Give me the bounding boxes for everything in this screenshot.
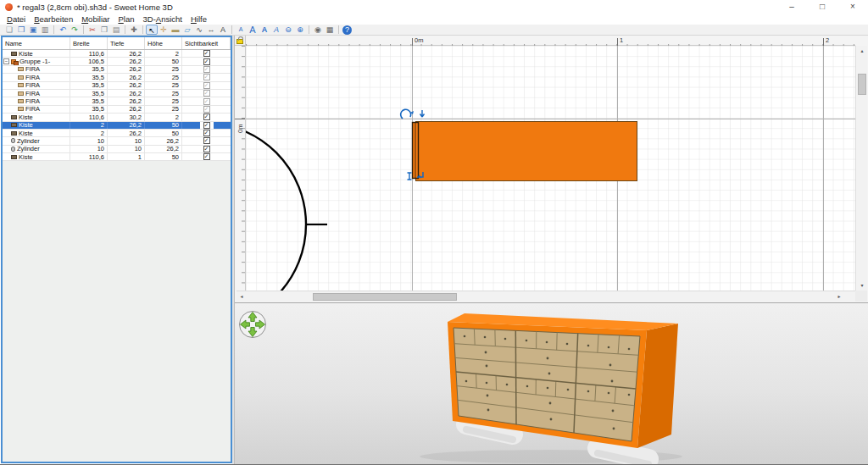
pan-button[interactable]: ✛ — [158, 25, 170, 35]
visibility-checkbox[interactable]: ✓ — [203, 146, 210, 152]
furniture-visibility-cell: ✓ — [182, 106, 231, 113]
furniture-name-label: Kiste — [19, 130, 33, 136]
furniture-row-fira[interactable]: FIRA35,526,225✓ — [3, 82, 231, 90]
furniture-width-cell: 35,5 — [70, 106, 108, 113]
furniture-row-kiste[interactable]: Kiste226,250✓ — [3, 122, 231, 130]
furniture-row-fira[interactable]: FIRA35,526,225✓ — [3, 97, 231, 105]
furniture-name-label: Zylinder — [17, 137, 40, 144]
menu-hilfe[interactable]: Hilfe — [186, 14, 211, 24]
menu-bearbeiten[interactable]: Bearbeiten — [30, 14, 77, 24]
visibility-checkbox[interactable]: ✓ — [203, 137, 210, 144]
furniture-row-fira[interactable]: FIRA35,526,225✓ — [3, 74, 231, 81]
furniture-depth-cell: 26,2 — [108, 58, 145, 64]
undo-button[interactable]: ↶ — [57, 25, 69, 35]
horizontal-scrollbar[interactable]: ◂ ▸ — [236, 291, 856, 302]
furniture-name-label: FIRA — [25, 66, 40, 73]
furniture-row-kiste[interactable]: Kiste226,250✓ — [3, 130, 231, 137]
visibility-checkbox[interactable]: ✓ — [203, 130, 210, 136]
furniture-name-label: FIRA — [25, 90, 40, 97]
close-button[interactable]: × — [837, 0, 868, 14]
ruler-corner — [235, 36, 246, 46]
print-plan-button[interactable]: ▥ — [39, 25, 51, 35]
redo-button[interactable]: ↷ — [69, 25, 81, 35]
create-texts-button[interactable]: A — [217, 25, 229, 35]
visibility-checkbox[interactable]: ✓ — [203, 82, 210, 89]
visibility-checkbox[interactable]: ✓ — [203, 66, 210, 73]
view-3d[interactable] — [235, 302, 868, 464]
furniture-visibility-cell: ✓ — [182, 122, 231, 129]
checkbox-wrap: ✓ — [200, 74, 214, 80]
furniture-row-kiste[interactable]: Kiste110,6150✓ — [3, 153, 231, 161]
furniture-height-cell: 26,2 — [145, 146, 182, 152]
furniture-width-cell: 110,6 — [70, 113, 108, 120]
visibility-checkbox[interactable]: ✓ — [203, 98, 210, 105]
visibility-checkbox[interactable]: ✓ — [203, 122, 210, 129]
furniture-row-zylinder[interactable]: Zylinder101026,2✓ — [3, 146, 231, 153]
furniture-name-cell: Kiste — [3, 50, 70, 57]
furniture-row-kiste[interactable]: Kiste110,626,22✓ — [3, 50, 231, 58]
column-header-h-he[interactable]: Höhe — [145, 37, 182, 49]
plan-canvas[interactable] — [246, 46, 855, 291]
create-polylines-button[interactable]: ∿ — [193, 25, 205, 35]
furniture-row-zylinder[interactable]: Zylinder101026,2✓ — [3, 137, 231, 145]
column-header-name[interactable]: Name — [3, 37, 70, 49]
cut-button[interactable]: ✂ — [86, 25, 98, 35]
scroll-left-arrow[interactable]: ◂ — [236, 291, 247, 302]
open-plan-button[interactable]: ❒ — [15, 25, 27, 35]
menu-mobiliar[interactable]: Mobiliar — [77, 14, 114, 24]
vertical-scrollbar[interactable]: ▴ ▾ — [855, 46, 867, 291]
furniture-kiste-plan[interactable] — [416, 122, 637, 181]
new-plan-button[interactable]: ❏ — [3, 25, 15, 35]
visibility-checkbox[interactable]: ✓ — [203, 90, 210, 97]
visibility-checkbox[interactable]: ✓ — [203, 153, 210, 160]
3d-navigation-compass[interactable] — [237, 309, 268, 340]
create-photo-button[interactable]: ◉ — [312, 25, 324, 35]
zoom-in-button[interactable]: ⊕ — [294, 25, 306, 35]
menu-datei[interactable]: Datei — [3, 14, 30, 24]
menu-plan[interactable]: Plan — [114, 14, 138, 24]
create-video-button[interactable]: ▦ — [324, 25, 336, 35]
zoom-out-button[interactable]: ⊖ — [282, 25, 294, 35]
furniture-row-kiste[interactable]: Kiste110,630,22✓ — [3, 113, 231, 121]
visibility-checkbox[interactable]: ✓ — [203, 113, 210, 120]
menu-3d-ansicht[interactable]: 3D-Ansicht — [138, 14, 186, 24]
add-furniture-button[interactable]: ✚ — [128, 25, 140, 35]
visibility-checkbox[interactable]: ✓ — [203, 106, 210, 113]
vertical-scroll-thumb[interactable] — [858, 74, 866, 95]
furniture-height-cell: 25 — [145, 74, 182, 80]
scroll-right-arrow[interactable]: ▸ — [834, 291, 844, 302]
bold-button[interactable]: A — [259, 25, 270, 35]
scroll-up-arrow[interactable]: ▴ — [856, 46, 868, 56]
select-button[interactable]: ↖ — [146, 25, 158, 35]
horizontal-scroll-thumb[interactable] — [313, 293, 457, 301]
furniture-width-cell: 35,5 — [70, 66, 108, 73]
group-expand-toggle[interactable]: − — [3, 58, 9, 64]
column-header-tiefe[interactable]: Tiefe — [108, 37, 145, 49]
furniture-row-fira[interactable]: FIRA35,526,225✓ — [3, 90, 231, 97]
minimize-button[interactable]: – — [776, 0, 807, 14]
furniture-row-fira[interactable]: FIRA35,526,225✓ — [3, 106, 231, 113]
furniture-depth-cell: 26,2 — [108, 74, 145, 80]
visibility-checkbox[interactable]: ✓ — [203, 74, 210, 80]
column-header-breite[interactable]: Breite — [70, 37, 108, 49]
increase-text-size-button[interactable]: A — [247, 25, 259, 35]
column-header-sichtbarkeit[interactable]: Sichtbarkeit — [182, 37, 231, 49]
create-rooms-button[interactable]: ▱ — [181, 25, 193, 35]
visibility-checkbox[interactable]: ✓ — [203, 50, 210, 57]
help-button[interactable]: ? — [342, 25, 352, 35]
kiste-icon — [11, 155, 17, 159]
create-dimensions-button[interactable]: ↔ — [205, 25, 217, 35]
italic-button[interactable]: A — [270, 25, 282, 35]
copy-button[interactable]: ❐ — [98, 25, 110, 35]
maximize-button[interactable]: □ — [807, 0, 837, 14]
furniture-row-fira[interactable]: FIRA35,526,225✓ — [3, 66, 231, 74]
furniture-name-label: FIRA — [25, 97, 40, 104]
save-plan-button[interactable]: ▣ — [27, 25, 39, 35]
furniture-depth-cell: 26,2 — [108, 50, 145, 57]
paste-button[interactable]: ▤ — [110, 25, 122, 35]
create-walls-button[interactable]: ▬ — [170, 25, 181, 35]
furniture-row-gruppe-1-[interactable]: −Gruppe -1-106,526,250✓ — [3, 58, 231, 65]
scroll-down-arrow[interactable]: ▾ — [856, 280, 868, 291]
decrease-text-size-button[interactable]: A — [235, 25, 247, 35]
visibility-checkbox[interactable]: ✓ — [203, 58, 210, 65]
